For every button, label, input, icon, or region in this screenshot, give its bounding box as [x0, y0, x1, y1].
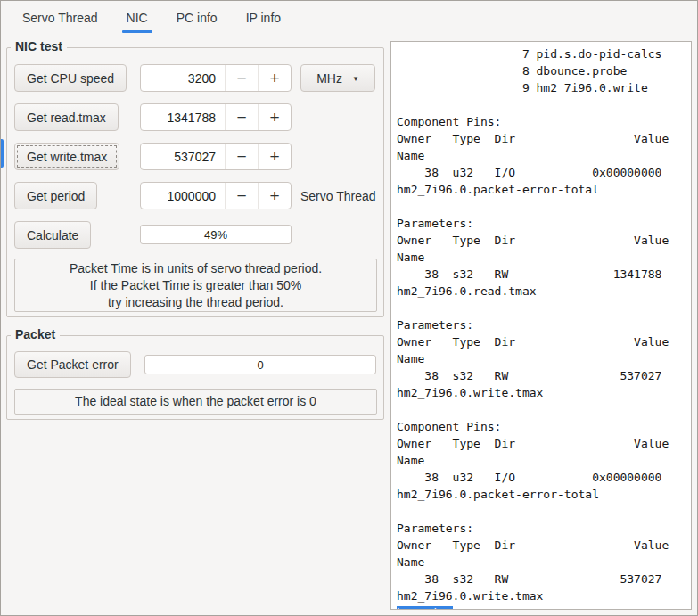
- packet-frame: Packet Get Packet error 0 The ideal stat…: [6, 335, 384, 420]
- read-tmax-value[interactable]: 1341788: [141, 104, 225, 130]
- cpu-speed-spinbox[interactable]: 3200 − +: [140, 64, 292, 92]
- tab-pc-info[interactable]: PC info: [162, 1, 232, 35]
- get-cpu-speed-button[interactable]: Get CPU speed: [14, 64, 127, 92]
- tab-bar: Servo Thread NIC PC info IP info: [1, 1, 697, 35]
- packet-time-note: Packet Time is in units of servo thread …: [14, 259, 377, 312]
- mhz-unit-dropdown-value: MHz: [316, 71, 342, 86]
- cpu-speed-value[interactable]: 3200: [141, 65, 225, 91]
- write-tmax-value[interactable]: 537027: [141, 144, 225, 169]
- minus-icon[interactable]: −: [225, 104, 258, 130]
- minus-icon[interactable]: −: [225, 183, 258, 209]
- tab-ip-info-label: IP info: [246, 11, 281, 25]
- write-tmax-row: Get write.tmax 537027 − +: [7, 143, 383, 170]
- plus-icon[interactable]: +: [258, 183, 291, 209]
- packet-time-note-line3: try increasing the thread period.: [15, 294, 376, 311]
- packet-error-note: The ideal state is when the packet error…: [14, 389, 377, 415]
- plus-icon[interactable]: +: [258, 144, 291, 169]
- period-spinbox[interactable]: 1000000 − +: [140, 182, 292, 209]
- tab-servo-thread[interactable]: Servo Thread: [8, 1, 112, 35]
- tab-nic-label: NIC: [127, 11, 148, 25]
- hal-output-text: 7 pid.s.do-pid-calcs 8 dbounce.probe 9 h…: [397, 45, 691, 604]
- hal-output-selected-text: hm2_7i96: [397, 606, 453, 610]
- hal-output-textview[interactable]: 7 pid.s.do-pid-calcs 8 dbounce.probe 9 h…: [390, 41, 692, 610]
- servo-thread-label: Servo Thread: [300, 182, 376, 209]
- tab-servo-thread-label: Servo Thread: [22, 11, 98, 25]
- chevron-down-icon: ▼: [352, 74, 359, 83]
- get-write-tmax-button[interactable]: Get write.tmax: [14, 143, 119, 170]
- packet-time-progressbar: 49%: [140, 225, 292, 244]
- period-row: Get period 1000000 − + Servo Thread: [7, 182, 383, 209]
- cpu-speed-row: Get CPU speed 3200 − + MHz ▼: [7, 64, 383, 92]
- app-window: Servo Thread NIC PC info IP info NIC tes…: [0, 0, 698, 616]
- get-read-tmax-button[interactable]: Get read.tmax: [14, 103, 119, 131]
- packet-frame-title: Packet: [11, 327, 60, 341]
- read-tmax-spinbox[interactable]: 1341788 − +: [140, 103, 292, 131]
- mhz-unit-dropdown[interactable]: MHz ▼: [300, 64, 375, 92]
- nic-test-frame: NIC test Get CPU speed 3200 − + MHz ▼ Ge…: [6, 47, 384, 317]
- read-tmax-row: Get read.tmax 1341788 − +: [7, 103, 383, 131]
- plus-icon[interactable]: +: [258, 104, 291, 130]
- get-packet-error-button[interactable]: Get Packet error: [14, 351, 131, 378]
- packet-time-percent: 49%: [204, 228, 227, 242]
- tab-pc-info-label: PC info: [177, 11, 218, 25]
- tab-nic[interactable]: NIC: [112, 1, 162, 35]
- packet-time-note-line1: Packet Time is in units of servo thread …: [15, 260, 376, 277]
- minus-icon[interactable]: −: [225, 65, 258, 91]
- packet-error-field[interactable]: 0: [144, 355, 376, 374]
- packet-time-note-line2: If the Packet Time is greater than 50%: [15, 277, 376, 294]
- period-value[interactable]: 1000000: [141, 183, 225, 209]
- tab-ip-info[interactable]: IP info: [232, 1, 295, 35]
- hal-output-selected-line: hm2_7i96: [397, 604, 691, 610]
- focus-edge-indicator: [1, 139, 4, 168]
- nic-test-frame-title: NIC test: [11, 39, 67, 53]
- plus-icon[interactable]: +: [258, 65, 291, 91]
- minus-icon[interactable]: −: [225, 144, 258, 169]
- write-tmax-spinbox[interactable]: 537027 − +: [140, 143, 292, 170]
- get-period-button[interactable]: Get period: [14, 182, 97, 209]
- calculate-row: Calculate 49%: [7, 221, 383, 249]
- calculate-button[interactable]: Calculate: [14, 221, 91, 249]
